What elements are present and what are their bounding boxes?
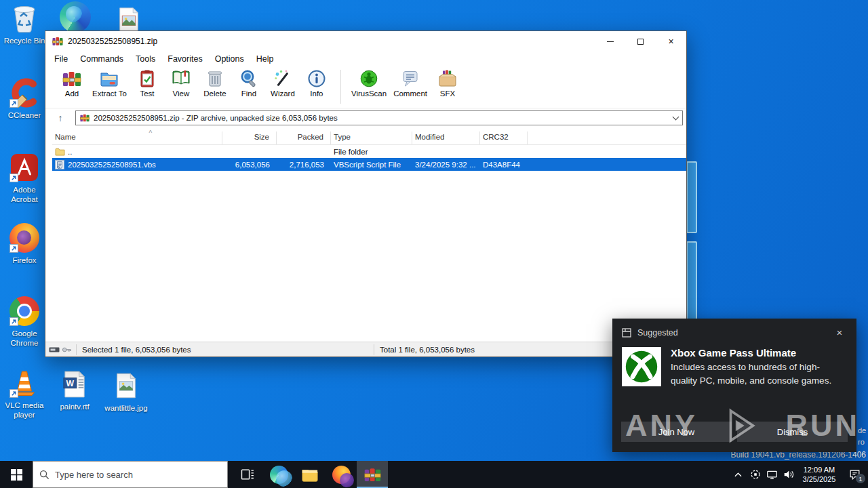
taskbar-search[interactable] bbox=[33, 461, 228, 488]
task-view-button[interactable] bbox=[232, 461, 263, 488]
file-list-header: Name^ Size Packed Type Modified CRC32 bbox=[52, 131, 686, 145]
add-button[interactable]: Add bbox=[55, 68, 89, 106]
winrar-icon bbox=[364, 466, 381, 483]
extract-to-button[interactable]: Extract To bbox=[89, 68, 130, 106]
taskbar-clock[interactable]: 12:09 AM 3/25/2025 bbox=[797, 465, 841, 484]
search-input[interactable] bbox=[55, 470, 204, 480]
delete-icon bbox=[205, 68, 225, 89]
taskbar-firefox-button[interactable] bbox=[326, 461, 357, 488]
winrar-archive-icon bbox=[80, 113, 90, 123]
key-icon bbox=[62, 346, 72, 354]
up-one-level-button[interactable]: ↑ bbox=[51, 110, 70, 125]
column-header-size[interactable]: Size bbox=[222, 131, 277, 144]
column-header-packed[interactable]: Packed bbox=[277, 131, 331, 144]
chevron-up-icon bbox=[734, 472, 742, 477]
start-button[interactable] bbox=[0, 461, 33, 488]
up-arrow-icon: ↑ bbox=[58, 113, 63, 123]
tray-volume-icon[interactable] bbox=[781, 461, 797, 488]
menu-options[interactable]: Options bbox=[209, 53, 250, 65]
tray-agent-icon[interactable] bbox=[747, 461, 764, 488]
desktop-icon-ccleaner[interactable]: CCleaner bbox=[0, 77, 49, 120]
wallpaper-logo-segment bbox=[686, 161, 697, 233]
desktop-icon-paintv-rtf[interactable]: W paintv.rtf bbox=[50, 369, 99, 411]
action-center-button[interactable]: 1 bbox=[841, 461, 868, 488]
extract-to-icon bbox=[99, 68, 119, 89]
info-icon bbox=[307, 68, 327, 89]
shortcut-arrow-icon bbox=[9, 99, 18, 108]
column-header-type[interactable]: Type bbox=[331, 131, 412, 144]
view-button[interactable]: View bbox=[164, 68, 198, 106]
delete-button[interactable]: Delete bbox=[198, 68, 232, 106]
taskbar-winrar-button-active[interactable] bbox=[357, 461, 388, 488]
tray-network-icon[interactable] bbox=[764, 461, 781, 488]
speaker-icon bbox=[783, 469, 795, 480]
comment-button[interactable]: Comment bbox=[390, 68, 431, 106]
taskbar-explorer-button[interactable] bbox=[294, 461, 326, 488]
dashed-circle-icon bbox=[750, 469, 761, 480]
shortcut-arrow-icon bbox=[9, 174, 18, 182]
info-button[interactable]: Info bbox=[300, 68, 334, 106]
column-header-name[interactable]: Name^ bbox=[52, 131, 222, 144]
watermark-fragment: ro bbox=[858, 438, 865, 446]
winrar-titlebar[interactable]: 20250325252508951.zip × bbox=[45, 31, 686, 52]
minimize-button[interactable] bbox=[595, 31, 625, 52]
column-header-modified[interactable]: Modified bbox=[412, 131, 480, 144]
task-view-icon bbox=[240, 467, 255, 482]
desktop-icon-edge[interactable] bbox=[60, 1, 91, 33]
clock-date: 3/25/2025 bbox=[799, 474, 840, 484]
file-row-vbs-selected[interactable]: 20250325252508951.vbs 6,053,056 2,716,05… bbox=[52, 158, 686, 171]
archive-address-combo[interactable]: 20250325252508951.zip - ZIP archive, unp… bbox=[75, 110, 683, 125]
desktop-icon-adobe-acrobat[interactable]: Adobe Acrobat bbox=[0, 152, 49, 204]
status-selected-text: Selected 1 file, 6,053,056 bytes bbox=[77, 346, 374, 354]
winrar-address-row: ↑ 20250325252508951.zip - ZIP archive, u… bbox=[45, 108, 686, 127]
window-title: 20250325252508951.zip bbox=[68, 37, 157, 46]
recycle-bin-icon bbox=[9, 3, 40, 34]
ethernet-icon bbox=[766, 470, 778, 480]
virusscan-icon bbox=[359, 68, 379, 89]
column-header-crc32[interactable]: CRC32 bbox=[480, 131, 528, 144]
shortcut-arrow-icon bbox=[9, 317, 18, 326]
maximize-icon bbox=[637, 39, 644, 45]
desktop-icon-firefox[interactable]: Firefox bbox=[0, 222, 49, 265]
join-now-button[interactable]: Join Now bbox=[621, 422, 732, 442]
desktop-icon-recycle-bin[interactable]: Recycle Bin bbox=[0, 3, 49, 45]
virusscan-button[interactable]: VirusScan bbox=[348, 68, 390, 106]
winrar-statusbar: Selected 1 file, 6,053,056 bytes Total 1… bbox=[45, 342, 686, 357]
taskbar-edge-button[interactable] bbox=[263, 461, 294, 488]
toast-close-button[interactable]: × bbox=[832, 327, 847, 338]
xbox-logo bbox=[622, 347, 661, 386]
sfx-button[interactable]: SFX bbox=[431, 68, 465, 106]
test-button[interactable]: Test bbox=[130, 68, 164, 106]
chrome-icon bbox=[9, 296, 40, 327]
find-button[interactable]: Find bbox=[232, 68, 266, 106]
file-row-parent-folder[interactable]: .. File folder bbox=[52, 145, 686, 158]
menu-commands[interactable]: Commands bbox=[74, 53, 130, 65]
maximize-button[interactable] bbox=[625, 31, 656, 52]
desktop-icon-google-chrome[interactable]: Google Chrome bbox=[0, 296, 49, 348]
sfx-icon bbox=[437, 68, 458, 89]
menu-help[interactable]: Help bbox=[250, 53, 280, 65]
desktop: Recycle Bin CCleaner Adobe Acrobat Firef… bbox=[0, 0, 868, 488]
menu-tools[interactable]: Tools bbox=[130, 53, 161, 65]
vbscript-file-icon bbox=[55, 160, 65, 169]
wizard-button[interactable]: Wizard bbox=[266, 68, 300, 106]
search-icon bbox=[39, 470, 50, 480]
desktop-icon-wantlittle-jpg[interactable]: wantlittle.jpg bbox=[102, 370, 151, 413]
dismiss-button[interactable]: Dismiss bbox=[737, 422, 848, 442]
file-explorer-icon bbox=[301, 466, 319, 483]
notification-count-badge: 1 bbox=[856, 474, 865, 483]
taskbar: 12:09 AM 3/25/2025 1 bbox=[0, 461, 868, 488]
suggested-app-icon bbox=[622, 328, 631, 338]
close-icon: × bbox=[668, 36, 673, 47]
comment-icon bbox=[400, 68, 420, 89]
close-button[interactable]: × bbox=[656, 31, 686, 52]
wallpaper-logo-segment bbox=[686, 241, 697, 321]
drive-icon bbox=[49, 346, 60, 354]
desktop-icon-vlc[interactable]: VLC media player bbox=[0, 367, 49, 420]
menu-favorites[interactable]: Favorites bbox=[161, 53, 208, 65]
adobe-acrobat-icon bbox=[9, 152, 40, 183]
toast-body-text: Includes access to hundreds of high-qual… bbox=[671, 361, 839, 388]
jpg-file-icon bbox=[111, 370, 142, 401]
tray-expand-button[interactable] bbox=[730, 461, 747, 488]
menu-file[interactable]: File bbox=[48, 53, 74, 65]
